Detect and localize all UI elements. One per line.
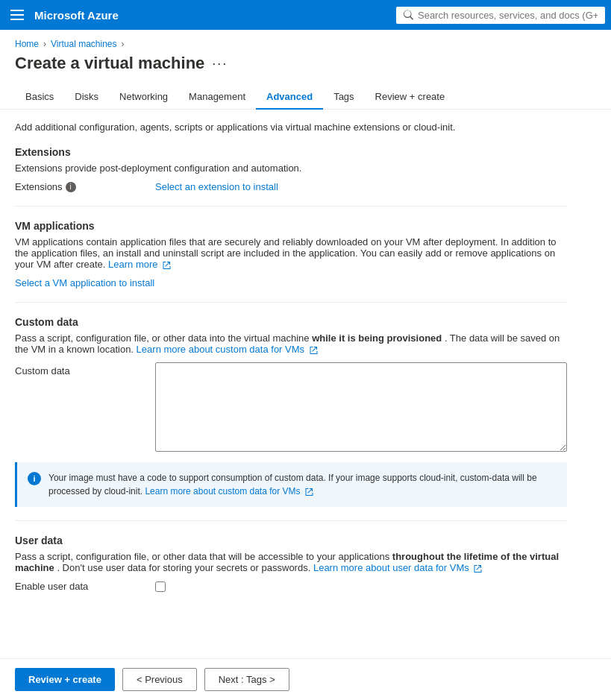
vm-applications-desc: VM applications contain application file… (15, 236, 567, 270)
tab-review-create[interactable]: Review + create (365, 85, 456, 110)
tab-management[interactable]: Management (178, 85, 256, 110)
bottom-spacer (15, 602, 567, 647)
enable-user-data-row: Enable user data (15, 581, 567, 592)
bottom-bar: Review + create < Previous Next : Tags > (0, 658, 611, 659)
external-link-icon-4 (473, 564, 482, 573)
external-link-icon (162, 261, 171, 270)
extensions-section: Extensions Extensions provide post-deplo… (15, 146, 567, 192)
custom-data-section: Custom data Pass a script, configuration… (15, 316, 567, 507)
user-data-title: User data (15, 535, 567, 546)
search-bar[interactable] (396, 7, 605, 24)
divider-2 (15, 302, 567, 303)
tab-bar: Basics Disks Networking Management Advan… (0, 85, 611, 110)
select-extension-link[interactable]: Select an extension to install (155, 181, 278, 192)
search-input[interactable] (418, 10, 598, 21)
page-title-row: Create a virtual machine ··· (0, 54, 611, 85)
custom-data-info-box: i Your image must have a code to support… (15, 462, 567, 507)
extensions-desc: Extensions provide post-deployment confi… (15, 163, 567, 174)
custom-data-field: Custom data (15, 362, 567, 452)
hamburger-menu[interactable] (6, 4, 28, 26)
extensions-label: Extensions i (15, 181, 149, 192)
vm-applications-section: VM applications VM applications contain … (15, 220, 567, 288)
custom-data-desc: Pass a script, configuration file, or ot… (15, 332, 567, 355)
info-box-learn-more[interactable]: Learn more about custom data for VMs (145, 486, 313, 496)
user-data-learn-more[interactable]: Learn more about user data for VMs (313, 562, 482, 573)
breadcrumb-vms[interactable]: Virtual machines (51, 39, 117, 49)
custom-data-textarea[interactable] (155, 362, 567, 452)
info-box-text: Your image must have a code to support c… (48, 471, 557, 498)
info-box-icon: i (28, 472, 41, 485)
top-nav: Microsoft Azure (0, 0, 611, 30)
tab-basics[interactable]: Basics (15, 85, 64, 110)
extensions-title: Extensions (15, 146, 567, 158)
external-link-icon-3 (304, 488, 313, 496)
divider-1 (15, 206, 567, 206)
enable-user-data-label: Enable user data (15, 581, 149, 592)
extensions-field: Extensions i Select an extension to inst… (15, 181, 567, 192)
custom-data-title: Custom data (15, 316, 567, 328)
custom-data-label: Custom data (15, 362, 149, 376)
top-description: Add additional configuration, agents, sc… (15, 122, 567, 133)
select-vm-application-link[interactable]: Select a VM application to install (15, 277, 154, 288)
tab-advanced[interactable]: Advanced (256, 85, 323, 110)
breadcrumb: Home › Virtual machines › (0, 30, 611, 54)
breadcrumb-home[interactable]: Home (15, 39, 39, 49)
app-title: Microsoft Azure (34, 9, 396, 22)
user-data-section: User data Pass a script, configuration f… (15, 535, 567, 592)
page-title: Create a virtual machine (15, 54, 204, 73)
main-content: Add additional configuration, agents, sc… (0, 110, 582, 659)
custom-data-learn-more[interactable]: Learn more about custom data for VMs (137, 344, 318, 355)
user-data-desc: Pass a script, configuration file, or ot… (15, 551, 567, 573)
ellipsis-button[interactable]: ··· (212, 56, 228, 72)
tab-networking[interactable]: Networking (109, 85, 178, 110)
enable-user-data-checkbox[interactable] (155, 581, 166, 592)
tab-tags[interactable]: Tags (323, 85, 364, 110)
tab-disks[interactable]: Disks (64, 85, 109, 110)
search-icon (404, 10, 413, 20)
vm-applications-title: VM applications (15, 220, 567, 232)
vm-applications-learn-more[interactable]: Learn more (108, 259, 171, 270)
external-link-icon-2 (309, 346, 318, 355)
extensions-info-icon[interactable]: i (66, 182, 76, 192)
divider-3 (15, 520, 567, 521)
